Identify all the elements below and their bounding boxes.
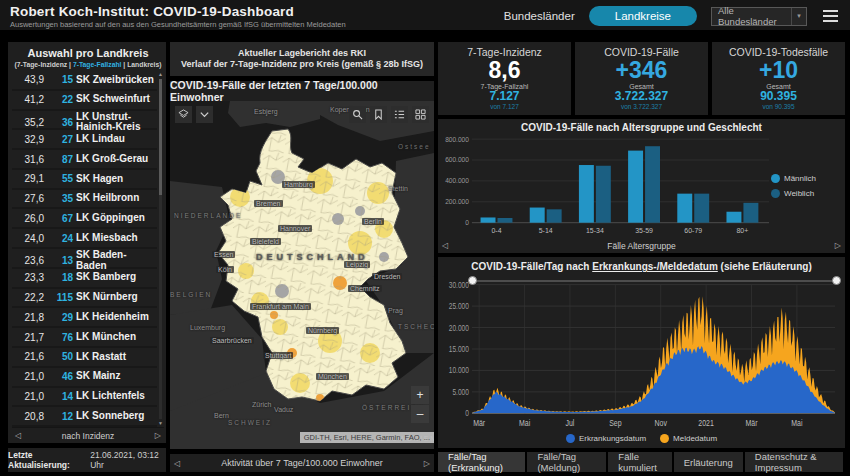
svg-text:25.000: 25.000 (449, 301, 469, 311)
landkreis-list: 43,915SK Zweibrücken41,222SK Schweinfurt… (12, 71, 157, 427)
tab-f-lle-kumuliert[interactable]: Fälle kumuliert (608, 452, 671, 472)
search-icon[interactable] (349, 106, 366, 123)
list-item[interactable]: 43,915SK Zweibrücken (12, 71, 157, 91)
list-item[interactable]: 31,687LK Groß-Gerau (12, 150, 157, 170)
incidence-value: 20,8 (14, 411, 44, 422)
svg-text:Sep: Sep (609, 418, 622, 428)
legend-list-icon[interactable] (391, 106, 408, 123)
bookmark-icon[interactable] (370, 106, 387, 123)
age-gender-legend: MännlichWeiblich (771, 133, 841, 239)
list-item[interactable]: 26,067LK Göppingen (12, 209, 157, 229)
tab-erl-uterung[interactable]: Erläuterung (674, 452, 743, 472)
stat-card-todesfaelle: COVID-19-Todesfälle +10 Gesamt 90.395 vo… (712, 42, 845, 115)
basemap-grid-icon[interactable] (412, 106, 429, 123)
layers-button[interactable] (175, 106, 192, 123)
svg-text:Mai: Mai (791, 418, 802, 428)
list-item[interactable]: 29,155SK Hagen (12, 170, 157, 190)
svg-text:2021: 2021 (698, 418, 714, 428)
daily-cases-legend: ErkrankungsdatumMeldedatum (442, 431, 841, 446)
list-item[interactable]: 21,776LK München (12, 328, 157, 348)
list-item[interactable]: 35,236LK Unstrut-Hainich-Kreis (12, 111, 157, 131)
svg-text:15-34: 15-34 (586, 227, 604, 234)
nav-landkreise[interactable]: Landkreise (589, 6, 697, 26)
svg-text:5-14: 5-14 (539, 227, 553, 234)
case-count: 55 (47, 173, 73, 184)
slider-handle-left[interactable] (468, 276, 477, 285)
collapse-button[interactable] (196, 106, 213, 123)
svg-text:0: 0 (465, 409, 469, 419)
menu-button[interactable] (821, 8, 840, 24)
case-count: 29 (47, 312, 73, 323)
incidence-value: 41,2 (14, 94, 44, 105)
list-scrollbar[interactable]: ▲ ▼ (157, 71, 164, 427)
tab-datenschutz-impressum[interactable]: Datenschutz & Impressum (745, 452, 843, 472)
list-item[interactable]: 27,635SK Heilbronn (12, 190, 157, 210)
list-item[interactable]: 21,829LK Heidenheim (12, 308, 157, 328)
landkreis-name: LK München (76, 332, 155, 343)
svg-text:80+: 80+ (737, 227, 749, 234)
svg-text:800.000: 800.000 (445, 135, 469, 142)
list-item[interactable]: 23,318SK Bamberg (12, 269, 157, 289)
landkreis-name: LK Sonneberg (76, 411, 155, 422)
list-item[interactable]: 24,024LK Miesbach (12, 229, 157, 249)
pager-label: nach Inzidenz (21, 431, 155, 441)
list-item[interactable]: 41,222SK Schweinfurt (12, 91, 157, 111)
daily-cases-chart-panel: COVID-19-Fälle/Tag nach Erkrankungs-/Mel… (438, 257, 845, 448)
case-count: 15 (47, 74, 73, 85)
stat-value: +10 (759, 58, 798, 82)
case-count: 87 (47, 154, 73, 165)
incidence-value: 35,2 (14, 117, 44, 128)
stat-card-inzidenz: 7-Tage-Inzidenz 8,6 7-Tage-Fallzahl 7.12… (438, 42, 571, 115)
list-item[interactable]: 21,650LK Rastatt (12, 348, 157, 368)
scroll-up-icon[interactable]: ▲ (158, 72, 163, 77)
incidence-value: 27,6 (14, 193, 44, 204)
landkreis-name: SK Bamberg (76, 272, 155, 283)
tab-f-lle-tag-meldung-[interactable]: Fälle/Tag (Meldung) (527, 452, 606, 472)
list-item[interactable]: 22,2115SK Nürnberg (12, 289, 157, 309)
case-count: 27 (47, 134, 73, 145)
incidence-value: 29,1 (14, 173, 44, 184)
age-gender-chart-title: COVID-19-Fälle nach Altersgruppe und Ges… (442, 122, 841, 133)
list-item[interactable]: 32,927LK Lindau (12, 130, 157, 150)
stat-value: 8,6 (489, 58, 521, 82)
incidence-value: 21,8 (14, 312, 44, 323)
svg-text:60-79: 60-79 (684, 227, 702, 234)
case-count: 36 (47, 117, 73, 128)
legend-label: Erkrankungsdatum (579, 434, 646, 443)
slider-handle-right[interactable] (832, 276, 841, 285)
case-count: 14 (47, 391, 73, 402)
scroll-down-icon[interactable]: ▼ (158, 421, 163, 426)
svg-text:0-4: 0-4 (491, 227, 501, 234)
lagebericht-link[interactable]: Aktueller Lagebericht des RKI Verlauf de… (170, 42, 434, 76)
germany-map[interactable]: EsbjergKopenhagenOstseeStettinHamburgBre… (170, 101, 434, 449)
case-count: 35 (47, 193, 73, 204)
list-item[interactable]: 21,046SK Mainz (12, 368, 157, 388)
zoom-out-button[interactable]: – (411, 405, 429, 423)
age-gender-chart-panel: COVID-19-Fälle nach Altersgruppe und Ges… (438, 119, 845, 253)
zoom-in-button[interactable]: + (411, 386, 429, 404)
legend-dot (566, 434, 575, 443)
map-pager-next-icon[interactable]: ▷ (424, 459, 430, 468)
case-count: 50 (47, 351, 73, 362)
map-canvas (170, 101, 434, 449)
tab-f-lle-tag-erkrankung-[interactable]: Fälle/Tag (Erkrankung) (438, 452, 525, 472)
case-count: 76 (47, 332, 73, 343)
scroll-thumb[interactable] (159, 79, 162, 195)
svg-text:20.000: 20.000 (449, 323, 469, 333)
pager-next-icon[interactable]: ▷ (155, 431, 161, 440)
incidence-value: 23,3 (14, 272, 44, 283)
daily-cases-area-chart: 05.00010.00015.00020.00025.00030.000MärM… (442, 272, 841, 431)
nav-bundeslaender[interactable]: Bundesländer (504, 10, 575, 22)
bundesland-select[interactable]: Alle Bundesländer ▾ (711, 7, 807, 26)
list-item[interactable]: 23,613SK Baden-Baden (12, 249, 157, 269)
incidence-value: 21,0 (14, 371, 44, 382)
svg-text:Mär: Mär (473, 418, 485, 428)
incidence-value: 22,2 (14, 292, 44, 303)
svg-text:Mär: Mär (745, 418, 757, 428)
landkreis-name: LK Lichtenfels (76, 391, 155, 402)
landkreis-name: SK Hagen (76, 174, 155, 185)
bar-pager-next-icon[interactable]: ▷ (835, 241, 841, 250)
list-item[interactable]: 21,014LK Lichtenfels (12, 388, 157, 408)
list-item[interactable]: 20,812LK Sonneberg (12, 407, 157, 427)
landkreis-name: SK Mainz (76, 371, 155, 382)
